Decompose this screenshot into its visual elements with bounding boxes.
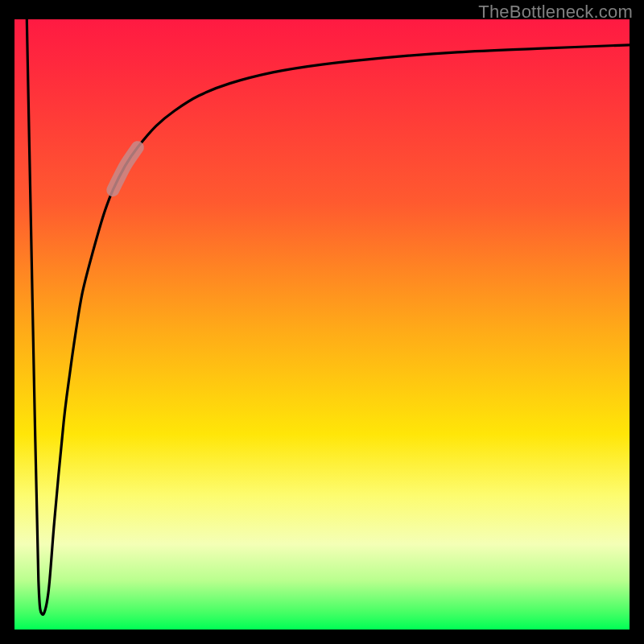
chart-stage: TheBottleneck.com — [0, 0, 644, 644]
bottleneck-curve — [27, 19, 630, 614]
curve-layer — [14, 19, 630, 630]
curve-highlight-segment — [113, 147, 138, 190]
attribution-text: TheBottleneck.com — [478, 2, 633, 23]
